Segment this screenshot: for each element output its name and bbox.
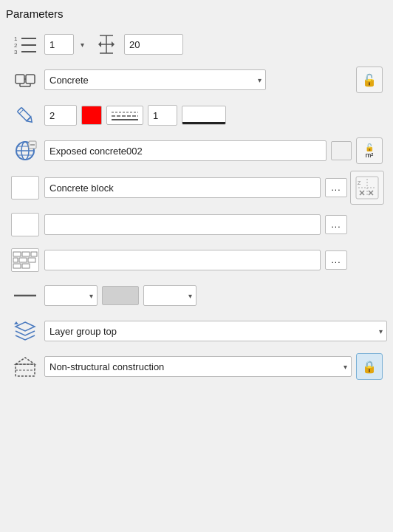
number-select[interactable]: 1234 xyxy=(44,34,74,55)
row-hatch1: Concrete block ... Z xyxy=(6,171,387,205)
svg-rect-42 xyxy=(22,264,30,268)
hatch1-dots-button[interactable]: ... xyxy=(325,178,347,197)
line-style-mid-swatch xyxy=(102,286,139,305)
number-spacing-content: 1234 ▾ 20 xyxy=(44,34,387,55)
hatch1-pattern xyxy=(11,176,39,200)
row-hatch2: ... xyxy=(6,209,387,240)
construction-icon xyxy=(6,354,44,379)
m2-button[interactable]: 🔓 m² xyxy=(356,137,383,164)
line-style-1-wrap[interactable]: Light gray Med gray Dark gray ▾ xyxy=(44,285,98,306)
svg-text:Z: Z xyxy=(358,180,361,185)
pen-number-input[interactable]: 2 xyxy=(44,105,77,126)
hatch2-dots-button[interactable]: ... xyxy=(325,215,347,234)
pen-color-swatch[interactable] xyxy=(81,106,102,125)
svg-rect-36 xyxy=(22,252,30,256)
hatch3-content: ... xyxy=(44,250,347,270)
number-list-icon: 1 2 3 xyxy=(6,33,44,55)
line-style-1-select[interactable]: Light gray Med gray Dark gray xyxy=(44,285,98,306)
svg-rect-38 xyxy=(13,258,18,262)
texture-lock-area: 🔓 m² xyxy=(352,137,387,164)
m2-label: m² xyxy=(366,151,374,159)
svg-rect-13 xyxy=(26,75,35,83)
hatch3-icon xyxy=(6,248,44,272)
cut-pattern-button[interactable]: Z xyxy=(350,171,384,205)
hatch3-input[interactable] xyxy=(44,250,321,270)
construction-lock-button[interactable]: 🔒 xyxy=(356,353,383,380)
svg-rect-41 xyxy=(13,264,21,268)
material-lock-area: 🔓 xyxy=(352,66,387,93)
svg-text:1: 1 xyxy=(14,35,18,42)
row-material: ConcreteMasonryWoodSteel ▾ 🔓 xyxy=(6,64,387,95)
spacing-input[interactable]: 20 xyxy=(124,34,183,55)
construction-content: Non-structural construction Structural c… xyxy=(44,356,352,377)
line-weight-input[interactable]: 1 xyxy=(148,105,177,126)
row-layer-group: Layer group top Layer group bottom Custo… xyxy=(6,316,387,347)
spacing-icon xyxy=(93,34,120,55)
svg-rect-37 xyxy=(31,252,37,256)
hatch2-input[interactable] xyxy=(44,214,321,235)
svg-text:3: 3 xyxy=(14,49,18,55)
line-styles-icon xyxy=(6,288,44,303)
svg-rect-40 xyxy=(28,258,35,262)
layer-group-select[interactable]: Layer group top Layer group bottom Custo… xyxy=(44,321,387,341)
hatch3-dots-button[interactable]: ... xyxy=(325,250,347,270)
hatch1-input[interactable]: Concrete block xyxy=(44,177,321,198)
hatch1-content: Concrete block ... xyxy=(44,177,347,198)
row-line-styles: Light gray Med gray Dark gray ▾ Light Me… xyxy=(6,280,387,311)
hatch3-pattern xyxy=(11,248,39,272)
hatch2-content: ... xyxy=(44,214,347,235)
material-icon xyxy=(6,67,44,92)
svg-marker-44 xyxy=(16,322,35,331)
parameters-panel: Parameters 1 2 3 1234 ▾ xyxy=(0,0,393,394)
row-texture: Exposed concrete002 🔓 m² xyxy=(6,135,387,166)
material-select-wrap[interactable]: ConcreteMasonryWoodSteel ▾ xyxy=(44,69,266,90)
svg-marker-10 xyxy=(98,41,101,47)
row-number-spacing: 1 2 3 1234 ▾ xyxy=(6,29,387,60)
svg-rect-35 xyxy=(13,252,21,256)
line-style-2-wrap[interactable]: Light Medium Dark ▾ xyxy=(143,285,196,306)
row-pen: 2 1 xyxy=(6,100,387,131)
line-style-2-select[interactable]: Light Medium Dark xyxy=(143,285,196,306)
construction-select-wrap[interactable]: Non-structural construction Structural c… xyxy=(44,356,352,377)
svg-marker-45 xyxy=(14,321,18,324)
construction-lock-area: 🔒 xyxy=(352,353,387,380)
row-construction: Non-structural construction Structural c… xyxy=(6,351,387,382)
svg-marker-11 xyxy=(112,41,115,47)
number-select-wrap[interactable]: 1234 ▾ xyxy=(44,34,89,55)
row-hatch3: ... xyxy=(6,245,387,276)
pen-icon xyxy=(6,103,44,128)
cut-button-area: Z xyxy=(347,171,387,205)
material-lock-button[interactable]: 🔓 xyxy=(356,66,383,93)
panel-title: Parameters xyxy=(6,7,387,20)
number-select-chevron: ▾ xyxy=(81,41,84,49)
hatch1-icon xyxy=(6,176,44,200)
svg-rect-39 xyxy=(19,258,27,262)
layer-group-select-wrap[interactable]: Layer group top Layer group bottom Custo… xyxy=(44,321,387,341)
svg-marker-48 xyxy=(16,358,35,364)
construction-select[interactable]: Non-structural construction Structural c… xyxy=(44,356,352,377)
material-select[interactable]: ConcreteMasonryWoodSteel xyxy=(44,69,266,90)
svg-text:2: 2 xyxy=(14,42,18,49)
layer-group-icon xyxy=(6,318,44,344)
line-style-selects: Light gray Med gray Dark gray ▾ Light Me… xyxy=(44,285,387,306)
material-content: ConcreteMasonryWoodSteel ▾ xyxy=(44,69,352,90)
texture-swatch xyxy=(331,141,352,160)
hatch2-icon xyxy=(6,213,44,236)
line-style-button[interactable] xyxy=(106,106,143,125)
pen-content: 2 1 xyxy=(44,105,387,126)
layer-group-content: Layer group top Layer group bottom Custo… xyxy=(44,321,387,341)
hatch2-pattern xyxy=(11,213,39,236)
texture-content: Exposed concrete002 xyxy=(44,140,352,161)
line-preview xyxy=(182,106,226,125)
texture-icon xyxy=(6,138,44,163)
svg-marker-19 xyxy=(27,117,34,124)
svg-line-20 xyxy=(19,109,24,114)
texture-input[interactable]: Exposed concrete002 xyxy=(44,140,327,161)
lock-open-icon: 🔓 xyxy=(365,143,374,151)
svg-rect-12 xyxy=(16,75,24,83)
